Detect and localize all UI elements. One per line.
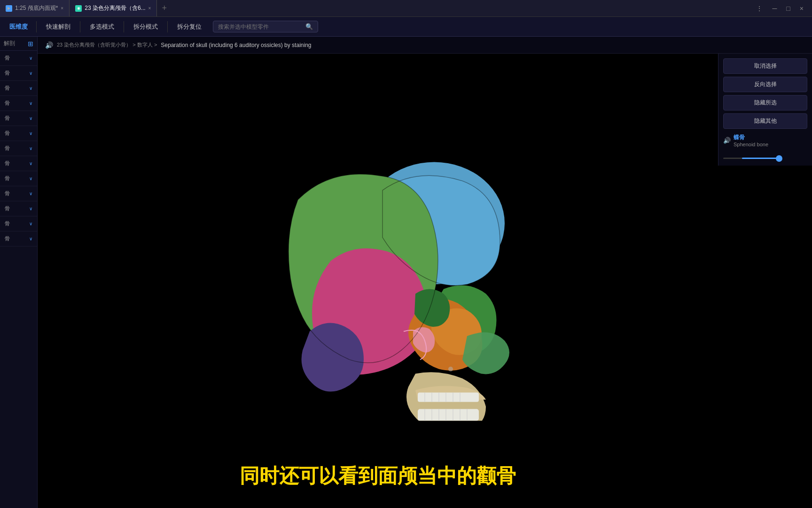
chevron-down-icon-4: ∨ (29, 101, 32, 106)
chevron-down-icon-13: ∨ (29, 236, 32, 241)
right-panel: 取消选择 反向选择 隐藏所选 隐藏其他 🔊 蝶骨 Sphenoid bone (718, 54, 812, 166)
skull-model[interactable] (237, 129, 519, 421)
opacity-slider-track (723, 158, 780, 159)
chevron-down-icon-5: ∨ (29, 116, 32, 121)
left-panel-title: 解剖 (4, 40, 15, 48)
chevron-down-icon-11: ∨ (29, 206, 32, 211)
maximize-button[interactable]: □ (783, 4, 793, 13)
bone-label-2: 骨 (5, 70, 10, 77)
toolbar-separator-3 (124, 21, 124, 32)
left-panel-header: 解剖 ⊞ (0, 37, 37, 51)
list-item[interactable]: 骨 ∨ (0, 186, 37, 201)
search-box: 🔍 (213, 21, 318, 32)
bone-label-13: 骨 (5, 235, 10, 242)
opacity-slider-thumb[interactable] (776, 155, 782, 162)
deselect-button[interactable]: 取消选择 (723, 58, 807, 74)
bone-label-10: 骨 (5, 190, 10, 197)
selected-item-info: 🔊 蝶骨 Sphenoid bone (723, 132, 807, 149)
toolbar: 医维度 快速解剖 多选模式 拆分模式 拆分复位 🔍 (0, 17, 812, 37)
tab-1-icon: ▶ (6, 5, 12, 12)
bone-label-4: 骨 (5, 100, 10, 107)
titlebar: ▶ 1:25 颅底内面观* × ◉ 23 染色分离颅骨（含6... × + ⋮ … (0, 0, 812, 17)
chevron-down-icon-10: ∨ (29, 191, 32, 196)
toolbar-separator-1 (36, 21, 37, 32)
list-item[interactable]: 骨 ∨ (0, 201, 37, 216)
subtitle-text: 同时还可以看到面颅当中的颧骨 (240, 463, 516, 489)
search-icon: 🔍 (305, 23, 313, 30)
selected-item-name: 蝶骨 (734, 134, 768, 142)
toolbar-separator-4 (167, 21, 168, 32)
selected-item-details: 蝶骨 Sphenoid bone (734, 134, 768, 147)
bone-label-8: 骨 (5, 160, 10, 167)
hide-selected-button[interactable]: 隐藏所选 (723, 95, 807, 111)
list-item[interactable]: 骨 ∨ (0, 111, 37, 126)
svg-rect-9 (418, 393, 479, 402)
chevron-down-icon-9: ∨ (29, 176, 32, 181)
quick-dissect-button[interactable]: 快速解剖 (40, 21, 76, 33)
svg-rect-1 (418, 409, 479, 421)
restore-pos-button[interactable]: 拆分复位 (172, 21, 207, 33)
page-title: Separation of skull (including 6 auditor… (161, 42, 311, 48)
chevron-down-icon-1: ∨ (29, 56, 32, 61)
list-item[interactable]: 骨 ∨ (0, 66, 37, 81)
tab-2-icon: ◉ (75, 5, 82, 12)
list-item[interactable]: 骨 ∨ (0, 141, 37, 156)
bone-label-5: 骨 (5, 115, 10, 122)
invert-select-button[interactable]: 反向选择 (723, 77, 807, 92)
hide-others-button[interactable]: 隐藏其他 (723, 113, 807, 129)
close-button[interactable]: × (797, 4, 806, 13)
breadcrumb: 23 染色分离颅骨（含听觉小骨） > 数字人 > (57, 41, 157, 48)
list-item[interactable]: 骨 ∨ (0, 51, 37, 66)
list-item[interactable]: 骨 ∨ (0, 81, 37, 96)
tab-1[interactable]: ▶ 1:25 颅底内面观* × (0, 0, 70, 16)
selected-item-subtitle: Sphenoid bone (734, 142, 768, 147)
bone-label-11: 骨 (5, 205, 10, 212)
left-panel: 解剖 ⊞ 骨 ∨ 骨 ∨ 骨 ∨ 骨 ∨ 骨 ∨ 骨 ∨ 骨 ∨ 骨 ∨ 骨 ∨… (0, 37, 38, 508)
chevron-down-icon-6: ∨ (29, 131, 32, 136)
tab-2-label: 23 染色分离颅骨（含6... (85, 4, 145, 12)
tab-add-button[interactable]: + (157, 3, 172, 13)
bone-label-1: 骨 (5, 55, 10, 62)
info-bar: 🔊 23 染色分离颅骨（含听觉小骨） > 数字人 > Separation of… (38, 37, 812, 54)
bone-label-3: 骨 (5, 85, 10, 92)
left-panel-expand-icon[interactable]: ⊞ (28, 40, 33, 48)
chevron-down-icon-12: ∨ (29, 221, 32, 226)
list-item[interactable]: 骨 ∨ (0, 216, 37, 231)
chevron-down-icon-3: ∨ (29, 86, 32, 91)
menu-button[interactable]: ⋮ (753, 4, 765, 13)
opacity-slider-fill (742, 158, 780, 159)
chevron-down-icon-2: ∨ (29, 71, 32, 76)
minimize-button[interactable]: ─ (769, 4, 780, 13)
chevron-down-icon-8: ∨ (29, 161, 32, 166)
audio-icon[interactable]: 🔊 (45, 41, 53, 49)
bone-label-9: 骨 (5, 175, 10, 182)
disassemble-button[interactable]: 拆分模式 (128, 21, 164, 33)
list-item[interactable]: 骨 ∨ (0, 231, 37, 246)
svg-point-16 (448, 367, 453, 372)
main-canvas[interactable]: 同时还可以看到面颅当中的颧骨 (38, 54, 718, 508)
bone-label-6: 骨 (5, 130, 10, 137)
window-controls: ⋮ ─ □ × (753, 4, 812, 13)
bone-label-12: 骨 (5, 220, 10, 227)
list-item[interactable]: 骨 ∨ (0, 126, 37, 141)
toolbar-separator-2 (80, 21, 80, 32)
tab-1-label: 1:25 颅底内面观* (15, 4, 58, 12)
list-item[interactable]: 骨 ∨ (0, 156, 37, 171)
selected-item-audio-icon[interactable]: 🔊 (723, 137, 731, 144)
bone-label-7: 骨 (5, 145, 10, 152)
app-logo: 医维度 (5, 23, 32, 31)
list-item[interactable]: 骨 ∨ (0, 96, 37, 111)
tab-2[interactable]: ◉ 23 染色分离颅骨（含6... × (70, 0, 157, 16)
list-item[interactable]: 骨 ∨ (0, 171, 37, 186)
opacity-slider-container (723, 156, 807, 161)
multi-select-button[interactable]: 多选模式 (84, 21, 120, 33)
tab-1-close[interactable]: × (61, 6, 63, 11)
tab-2-close[interactable]: × (148, 6, 151, 11)
search-input[interactable] (218, 24, 303, 30)
chevron-down-icon-7: ∨ (29, 146, 32, 151)
